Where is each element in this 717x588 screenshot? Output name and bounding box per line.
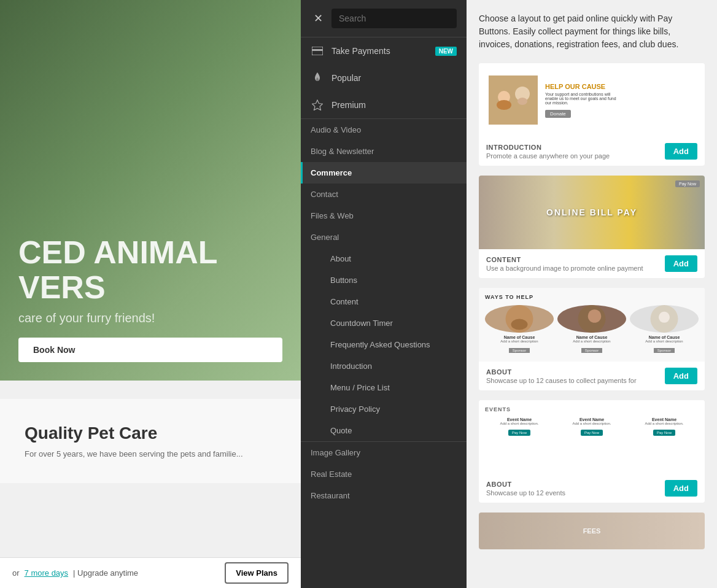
- nav-item-premium[interactable]: Premium: [301, 91, 467, 118]
- svg-marker-2: [312, 100, 323, 110]
- card-icon: [311, 44, 324, 58]
- upgrade-text: or: [12, 568, 20, 578]
- event-item-2: Event Name Add a short description. Pay …: [557, 417, 626, 436]
- svg-point-5: [517, 98, 527, 105]
- way-name-1: Name of Cause: [485, 335, 554, 339]
- events-grid: Event Name Add a short description. Pay …: [485, 417, 699, 436]
- take-payments-label: Take Payments: [331, 46, 428, 56]
- hero-heading: CED ANIMAL VERS: [18, 235, 282, 305]
- pay-now-btn-3[interactable]: Pay Now: [653, 430, 675, 436]
- sidebar-item-general[interactable]: General: [301, 226, 467, 248]
- layout-preview-5: FEES: [479, 513, 705, 549]
- sidebar-item-commerce[interactable]: Commerce: [301, 162, 467, 184]
- sidebar-item-files-web[interactable]: Files & Web: [301, 205, 467, 226]
- layout-card-5: FEES: [479, 513, 705, 549]
- layout-preview-2: ONLINE BILL PAY Pay Now: [479, 176, 705, 249]
- sponsor-btn-1[interactable]: Sponsor: [509, 348, 530, 353]
- event-desc-1: Add a short description.: [485, 422, 554, 425]
- search-input[interactable]: [331, 9, 457, 28]
- svg-point-13: [659, 312, 670, 323]
- svg-point-11: [588, 309, 602, 323]
- sponsor-btn-2[interactable]: Sponsor: [581, 348, 602, 353]
- pay-now-btn-1[interactable]: Pay Now: [508, 430, 530, 436]
- sub-item-content[interactable]: Content: [301, 291, 467, 312]
- event-desc-3: Add a short description.: [630, 422, 699, 425]
- sidebar-item-audio-video[interactable]: Audio & Video: [301, 119, 467, 141]
- ways-title: WAYS TO HELP: [485, 294, 699, 300]
- way-desc-1: Add a short description: [485, 339, 554, 343]
- layout-footer-1: INTRODUCTION Promote a cause anywhere on…: [479, 137, 705, 166]
- layout-type-label-3: ABOUT: [486, 368, 637, 376]
- layout-preview-4: EVENTS Event Name Add a short descriptio…: [479, 400, 705, 474]
- bill-pay-badge: Pay Now: [675, 180, 700, 187]
- hero-section: CED ANIMAL VERS care of your furry frien…: [0, 0, 301, 381]
- donate-button[interactable]: Donate: [545, 110, 571, 118]
- sub-item-menu-price-list[interactable]: Menu / Price List: [301, 377, 467, 398]
- add-button-3[interactable]: Add: [665, 368, 697, 384]
- layout-info-2: CONTENT Use a background image to promot…: [486, 256, 643, 272]
- upgrade-link[interactable]: 7 more days: [25, 568, 69, 578]
- cause-preview: HELP OUR CAUSE Your support and contribu…: [479, 63, 705, 137]
- upgrade-bar: or 7 more days | Upgrade anytime View Pl…: [0, 557, 301, 588]
- svg-point-7: [497, 100, 511, 110]
- sub-item-faq[interactable]: Frequently Asked Questions: [301, 334, 467, 355]
- right-panel: Choose a layout to get paid online quick…: [467, 0, 717, 588]
- fire-icon: [311, 71, 324, 85]
- cause-content: HELP OUR CAUSE Your support and contribu…: [545, 83, 619, 118]
- sub-item-buttons[interactable]: Buttons: [301, 269, 467, 291]
- panel-navigation: Take Payments NEW Popular Premium: [301, 37, 467, 588]
- svg-rect-1: [312, 49, 323, 51]
- sidebar-item-contact[interactable]: Contact: [301, 184, 467, 205]
- layout-desc-3: Showcase up to 12 causes to collect paym…: [486, 377, 637, 384]
- layout-card-4: EVENTS Event Name Add a short descriptio…: [479, 400, 705, 503]
- svg-point-9: [511, 319, 528, 330]
- layout-info-3: ABOUT Showcase up to 12 causes to collec…: [486, 368, 637, 384]
- way-image-3: [630, 305, 699, 333]
- sub-item-introduction[interactable]: Introduction: [301, 355, 467, 377]
- add-button-2[interactable]: Add: [665, 255, 697, 272]
- bill-pay-text: ONLINE BILL PAY: [546, 207, 637, 217]
- layout-card-2: ONLINE BILL PAY Pay Now CONTENT Use a ba…: [479, 176, 705, 278]
- way-image-1: [485, 305, 554, 333]
- layout-footer-2: CONTENT Use a background image to promot…: [479, 249, 705, 278]
- layout-footer-4: ABOUT Showcase up to 12 events Add: [479, 474, 705, 503]
- cause-tagline: HELP OUR CAUSE: [545, 83, 619, 90]
- layout-info-4: ABOUT Showcase up to 12 events: [486, 481, 565, 497]
- popular-label: Popular: [331, 73, 457, 83]
- nav-item-popular[interactable]: Popular: [301, 64, 467, 91]
- event-name-2: Event Name: [557, 417, 626, 422]
- nav-item-take-payments[interactable]: Take Payments NEW: [301, 37, 467, 64]
- upgrade-suffix: | Upgrade anytime: [73, 568, 138, 578]
- close-icon[interactable]: ✕: [311, 11, 325, 26]
- panel-description: Choose a layout to get paid online quick…: [479, 12, 705, 51]
- layout-type-label-1: INTRODUCTION: [486, 144, 610, 151]
- ways-grid: Name of Cause Add a short description Sp…: [485, 305, 699, 354]
- event-name-3: Event Name: [630, 417, 699, 422]
- layout-info-1: INTRODUCTION Promote a cause anywhere on…: [486, 144, 610, 160]
- add-button-1[interactable]: Add: [665, 143, 697, 160]
- new-badge: NEW: [435, 47, 457, 56]
- events-title: EVENTS: [485, 406, 699, 412]
- ways-preview: WAYS TO HELP Name of Cause Add a short d…: [479, 288, 705, 362]
- sub-item-about[interactable]: About: [301, 248, 467, 269]
- layout-desc-4: Showcase up to 12 events: [486, 489, 565, 497]
- sidebar-item-blog-newsletter[interactable]: Blog & Newsletter: [301, 141, 467, 162]
- add-button-4[interactable]: Add: [665, 480, 697, 497]
- sponsor-btn-3[interactable]: Sponsor: [654, 348, 675, 353]
- layout-preview-3: WAYS TO HELP Name of Cause Add a short d…: [479, 288, 705, 362]
- layout-desc-1: Promote a cause anywhere on your page: [486, 152, 610, 160]
- pay-now-btn-2[interactable]: Pay Now: [581, 430, 603, 436]
- view-plans-button[interactable]: View Plans: [225, 562, 289, 584]
- sub-item-countdown-timer[interactable]: Countdown Timer: [301, 312, 467, 334]
- sidebar-item-real-estate[interactable]: Real Estate: [301, 463, 467, 485]
- events-preview: EVENTS Event Name Add a short descriptio…: [479, 400, 705, 474]
- sidebar-item-restaurant[interactable]: Restaurant: [301, 485, 467, 506]
- sidebar-item-image-gallery[interactable]: Image Gallery: [301, 442, 467, 463]
- left-panel: ✕ Take Payments NEW Popular: [301, 0, 467, 588]
- sub-item-quote[interactable]: Quote: [301, 420, 467, 441]
- way-desc-3: Add a short description: [630, 339, 699, 343]
- bill-pay-preview: ONLINE BILL PAY Pay Now: [479, 176, 705, 249]
- book-now-button[interactable]: Book Now: [18, 338, 282, 362]
- layout-footer-3: ABOUT Showcase up to 12 causes to collec…: [479, 362, 705, 390]
- sub-item-privacy-policy[interactable]: Privacy Policy: [301, 398, 467, 420]
